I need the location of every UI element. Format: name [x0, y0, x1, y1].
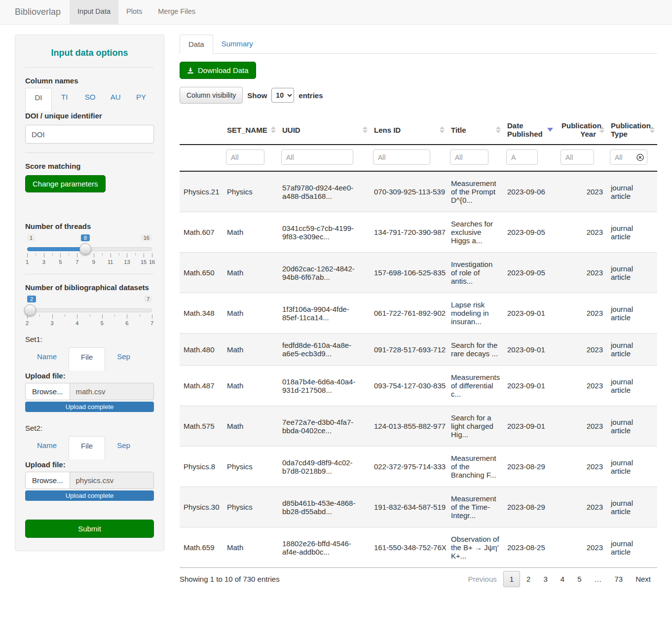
tab-au[interactable]: AU	[103, 88, 128, 108]
pagination: Previous12345…73Next	[461, 571, 657, 587]
date-published-cell: 2023-08-25	[503, 527, 558, 568]
filter-date-published[interactable]	[506, 150, 538, 165]
date-published-cell: 2023-09-01	[503, 293, 558, 334]
row-id-cell: Math.348	[180, 293, 223, 334]
publication-type-cell: journal article	[607, 527, 657, 568]
filter-publication-year[interactable]	[560, 150, 594, 165]
set2-upload-progress: Upload complete	[25, 490, 154, 501]
lens-id-cell: 124-013-855-882-977	[370, 406, 447, 447]
lens-id-cell: 061-722-761-892-902	[370, 293, 447, 334]
submit-button[interactable]: Submit	[25, 520, 154, 538]
set-name-cell: Math	[223, 406, 278, 447]
tab-data[interactable]: Data	[180, 35, 213, 54]
table-row: Math.607 Math 0341cc59-c7cb-4199-9f83-e3…	[180, 212, 657, 253]
row-id-cell: Math.575	[180, 406, 223, 447]
doi-input[interactable]	[25, 125, 154, 144]
set-name-cell: Math	[223, 212, 278, 253]
tab-di[interactable]: DI	[25, 88, 52, 112]
title-cell: Search for a light charged Hig...	[447, 406, 503, 447]
publication-type-cell: journal article	[607, 487, 657, 527]
set2-tab-file[interactable]: File	[69, 436, 105, 459]
tab-so[interactable]: SO	[77, 88, 103, 108]
nav-tab-merge-files[interactable]: Merge Files	[150, 0, 203, 24]
row-id-cell: Math.480	[180, 334, 223, 366]
publication-year-cell: 2023	[558, 253, 607, 293]
tab-ti[interactable]: TI	[52, 88, 77, 108]
page-button-4[interactable]: 4	[554, 571, 571, 587]
clear-filter-icon[interactable]	[636, 153, 644, 161]
entries-label: entries	[299, 91, 323, 100]
page-button-3[interactable]: 3	[537, 571, 554, 587]
lens-id-cell: 157-698-106-525-835	[370, 253, 447, 293]
navbar: Biblioverlap Input Data Plots Merge File…	[0, 0, 672, 25]
set1-tab-file[interactable]: File	[69, 347, 105, 371]
uuid-cell: 0da7cd49-d8f9-4c02-b7d8-0218b9...	[278, 447, 370, 487]
uuid-cell: 7ee72a7e-d3b0-4fa7-bbda-0402ce...	[278, 406, 370, 447]
page-button-2[interactable]: 2	[520, 571, 537, 587]
table-row: Math.659 Math 18802e26-bffd-4546-af4e-ad…	[180, 527, 657, 568]
set1-tabset: Name File Sep	[25, 347, 154, 367]
set1-tab-name[interactable]: Name	[25, 347, 69, 367]
tab-py[interactable]: PY	[128, 88, 154, 108]
col-header-title[interactable]: Title	[447, 115, 503, 145]
date-published-cell: 2023-09-05	[503, 253, 558, 293]
uuid-cell: 18802e26-bffd-4546-af4e-addb0c...	[278, 527, 370, 568]
set1-tab-sep[interactable]: Sep	[105, 347, 142, 367]
datasets-slider[interactable]: 7 2 234567	[27, 308, 152, 313]
col-header-uuid[interactable]: UUID	[278, 115, 370, 145]
col-header-publication-year[interactable]: Publication Year	[558, 115, 607, 145]
set1-upload-progress: Upload complete	[25, 402, 154, 412]
set1-browse-button[interactable]: Browse...	[25, 383, 70, 400]
nav-tab-plots[interactable]: Plots	[118, 0, 150, 24]
download-data-button[interactable]: Download Data	[180, 62, 256, 79]
column-names-label: Column names	[25, 76, 154, 85]
col-header-lens-id[interactable]: Lens ID	[370, 115, 447, 145]
set2-tab-sep[interactable]: Sep	[105, 436, 142, 455]
col-header-publication-type[interactable]: Publication Type	[607, 115, 657, 145]
table-row: Math.348 Math 1f3f106a-9904-4fde-85ef-11…	[180, 293, 657, 334]
main-tabset: Data Summary	[180, 35, 657, 54]
slider-value-badge: 8	[81, 234, 90, 241]
title-cell: Observation of the B+ → Jψη′ K+...	[447, 527, 503, 568]
table-row: Math.650 Math 20d62cac-1262-4842-94b8-6f…	[180, 253, 657, 293]
set-name-cell: Math	[223, 253, 278, 293]
set1-filename: math.csv	[70, 383, 154, 400]
set2-tab-name[interactable]: Name	[25, 436, 69, 455]
page-button-1[interactable]: 1	[503, 571, 520, 587]
col-header-set-name[interactable]: SET_NAME	[223, 115, 278, 145]
set-name-cell: Math	[223, 366, 278, 406]
col-header-date-published[interactable]: Date Published	[503, 115, 558, 145]
slider-grid: 1357911131516	[27, 253, 152, 268]
table-row: Physics.8 Physics 0da7cd49-d8f9-4c02-b7d…	[180, 447, 657, 487]
change-parameters-button[interactable]: Change parameters	[25, 175, 106, 192]
table-info: Showing 1 to 10 of 730 entries	[180, 575, 280, 583]
lens-id-cell: 093-754-127-030-835	[370, 366, 447, 406]
threads-slider[interactable]: 1 16 8 1357911131516	[27, 247, 152, 252]
title-cell: Investigation of role of antis...	[447, 253, 503, 293]
table-row: Physics.30 Physics d85b461b-453e-4868-bb…	[180, 487, 657, 527]
slider-grid: 234567	[27, 314, 152, 329]
slider-track[interactable]	[27, 308, 152, 312]
divider	[25, 67, 154, 68]
nav-tab-input-data[interactable]: Input Data	[70, 0, 118, 24]
filter-title[interactable]	[450, 150, 488, 165]
filter-uuid[interactable]	[281, 150, 353, 165]
page-size-select[interactable]: 10	[271, 88, 294, 103]
title-cell: Measurement of the Time-Integr...	[447, 487, 503, 527]
threads-label: Number of threads	[25, 222, 154, 230]
page-button-73[interactable]: 73	[608, 571, 629, 587]
set2-file-input: Browse... physics.csv	[25, 472, 154, 489]
publication-type-cell: journal article	[607, 366, 657, 406]
filter-set-name[interactable]	[226, 150, 264, 165]
page-button-5[interactable]: 5	[571, 571, 588, 587]
tab-summary[interactable]: Summary	[213, 35, 261, 54]
title-cell: Search for the rare decays ...	[447, 334, 503, 366]
previous-page-button[interactable]: Previous	[461, 571, 503, 587]
rowname-header	[180, 115, 223, 145]
column-visibility-button[interactable]: Column visibility	[180, 87, 243, 104]
date-published-cell: 2023-09-01	[503, 366, 558, 406]
next-page-button[interactable]: Next	[629, 571, 657, 587]
filter-lens-id[interactable]	[373, 150, 430, 165]
set2-browse-button[interactable]: Browse...	[25, 472, 70, 489]
sort-both-icon	[271, 126, 276, 133]
